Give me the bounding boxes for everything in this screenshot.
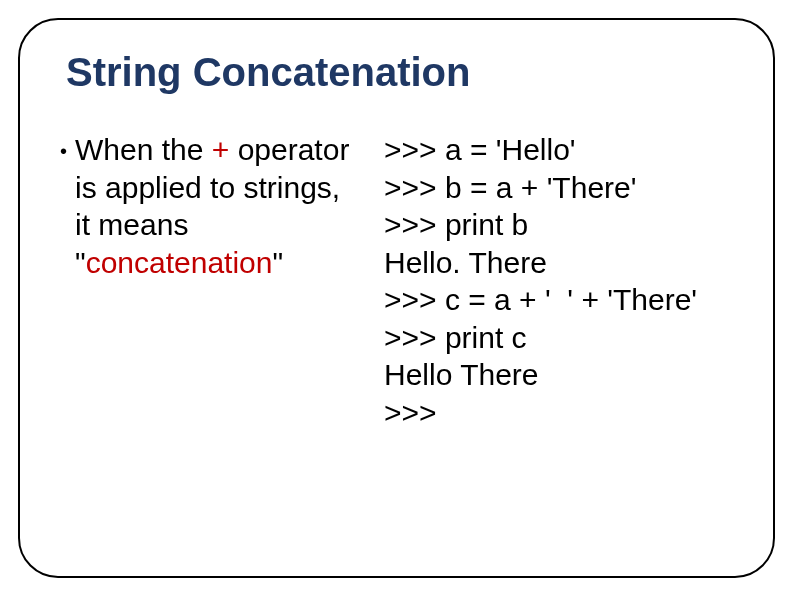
- code-line-2: >>> b = a + 'There': [384, 171, 636, 204]
- bullet-marker: •: [60, 133, 67, 169]
- slide-title: String Concatenation: [66, 50, 733, 95]
- code-line-6: >>> print c: [384, 321, 527, 354]
- bullet-prefix: When the: [75, 133, 212, 166]
- code-line-7: Hello There: [384, 358, 539, 391]
- code-line-3: >>> print b: [384, 208, 528, 241]
- bullet-suffix: ": [272, 246, 283, 279]
- code-line-5: >>> c = a + ' ' + 'There': [384, 283, 697, 316]
- code-line-8: >>>: [384, 396, 437, 429]
- code-line-4: Hello. There: [384, 246, 547, 279]
- slide-frame: String Concatenation • When the + operat…: [18, 18, 775, 578]
- bullet-text: When the + operator is applied to string…: [75, 131, 360, 281]
- slide-content: • When the + operator is applied to stri…: [60, 131, 733, 431]
- concat-word: concatenation: [86, 246, 273, 279]
- plus-operator: +: [212, 133, 230, 166]
- bullet-block: • When the + operator is applied to stri…: [60, 131, 360, 281]
- code-line-1: >>> a = 'Hello': [384, 133, 576, 166]
- code-block: >>> a = 'Hello' >>> b = a + 'There' >>> …: [384, 131, 733, 431]
